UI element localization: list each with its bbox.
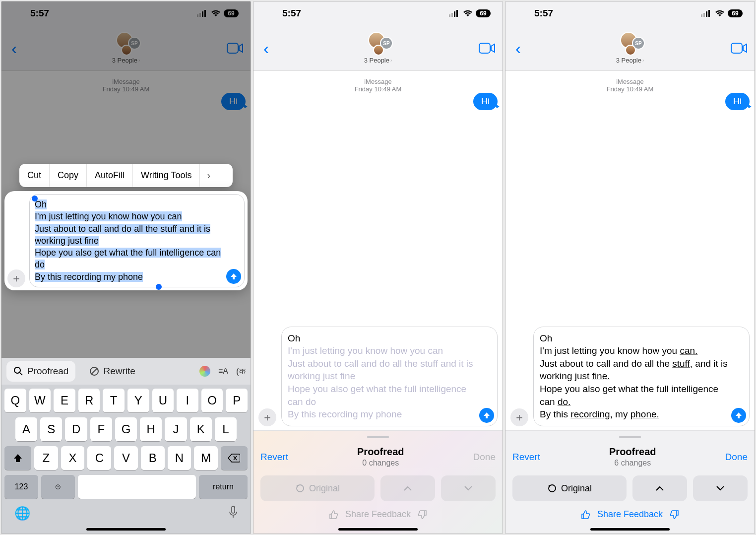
status-time: 5:57 xyxy=(534,8,553,19)
share-feedback-row[interactable]: Share Feedback xyxy=(512,509,748,520)
revert-button[interactable]: Revert xyxy=(260,452,288,463)
key-emoji[interactable]: ☺ xyxy=(41,475,75,499)
outgoing-message[interactable]: Hi xyxy=(725,93,750,110)
lang-icon[interactable]: (क xyxy=(236,366,246,377)
menu-cut[interactable]: Cut xyxy=(19,164,50,187)
key-c[interactable]: C xyxy=(87,446,111,470)
attach-button[interactable]: ＋ xyxy=(510,408,528,426)
thumbs-up-icon xyxy=(328,510,338,520)
dictate-button[interactable] xyxy=(229,506,238,521)
outgoing-message[interactable]: Hi xyxy=(221,93,246,110)
back-button[interactable]: ‹ xyxy=(512,40,524,57)
svg-rect-3 xyxy=(204,10,206,17)
back-button[interactable]: ‹ xyxy=(8,40,20,57)
share-feedback-row[interactable]: Share Feedback xyxy=(260,509,496,520)
key-x[interactable]: X xyxy=(61,446,85,470)
key-space[interactable] xyxy=(78,475,196,499)
key-return[interactable]: return xyxy=(199,475,248,499)
key-123[interactable]: 123 xyxy=(4,475,38,499)
compose-overlay: Cut Copy AutoFill Writing Tools › ＋ Oh I… xyxy=(4,164,248,290)
key-r[interactable]: R xyxy=(78,389,100,412)
key-d[interactable]: D xyxy=(65,417,87,441)
chat-title-group[interactable]: SP 3 People› xyxy=(615,32,645,64)
key-i[interactable]: I xyxy=(177,389,198,412)
key-e[interactable]: E xyxy=(54,389,75,412)
svg-rect-16 xyxy=(701,14,702,17)
facetime-button[interactable] xyxy=(227,43,244,54)
key-l[interactable]: L xyxy=(215,417,237,441)
key-z[interactable]: Z xyxy=(34,446,58,470)
key-s[interactable]: S xyxy=(40,417,62,441)
attach-button[interactable]: ＋ xyxy=(258,408,276,426)
shift-icon xyxy=(13,453,23,463)
ai-icon[interactable] xyxy=(199,366,210,377)
key-j[interactable]: J xyxy=(165,417,187,441)
key-w[interactable]: W xyxy=(29,389,51,412)
proofread-button[interactable]: Proofread xyxy=(6,361,75,382)
key-n[interactable]: N xyxy=(168,446,191,470)
cellular-icon xyxy=(701,10,712,17)
key-m[interactable]: M xyxy=(194,446,218,470)
key-p[interactable]: P xyxy=(226,389,248,412)
key-o[interactable]: O xyxy=(201,389,223,412)
compose-textfield[interactable]: Oh I'm just letting you know how you can… xyxy=(533,327,750,426)
outgoing-message[interactable]: Hi xyxy=(473,93,498,110)
prev-change-button[interactable] xyxy=(632,475,687,501)
menu-more[interactable]: › xyxy=(200,164,217,187)
facetime-button[interactable] xyxy=(479,43,496,54)
menu-writing-tools[interactable]: Writing Tools xyxy=(133,164,200,187)
send-button[interactable] xyxy=(731,408,746,423)
home-indicator[interactable] xyxy=(338,528,418,531)
svg-rect-0 xyxy=(197,14,198,17)
home-indicator[interactable] xyxy=(590,528,670,531)
screenshot-2: 5:57 69 ‹ SP 3 People› iMessageFriday 10… xyxy=(253,1,503,534)
panel-grabber[interactable] xyxy=(619,436,641,438)
key-u[interactable]: U xyxy=(152,389,174,412)
send-button[interactable] xyxy=(226,269,241,284)
next-change-button[interactable] xyxy=(441,475,496,501)
svg-rect-20 xyxy=(731,43,742,53)
selection-handle-start[interactable] xyxy=(32,196,38,201)
compose-textfield[interactable]: Oh I'm just letting you know how you can… xyxy=(29,194,245,287)
key-k[interactable]: K xyxy=(190,417,212,441)
key-shift[interactable] xyxy=(4,446,31,470)
facetime-button[interactable] xyxy=(731,43,748,54)
battery-badge: 69 xyxy=(224,9,239,17)
key-backspace[interactable] xyxy=(221,446,248,470)
chat-title-group[interactable]: SP 3 People› xyxy=(111,32,141,64)
chevron-right-icon: › xyxy=(138,58,140,63)
attach-button[interactable]: ＋ xyxy=(7,269,25,287)
chat-title-group[interactable]: SP 3 People› xyxy=(363,32,393,64)
key-a[interactable]: A xyxy=(15,417,37,441)
selection-handle-end[interactable] xyxy=(156,284,162,290)
prev-change-button[interactable] xyxy=(380,475,435,501)
keyboard[interactable]: Q W E R T Y U I O P A S D F G H J K L Z xyxy=(1,385,251,534)
rewrite-button[interactable]: Rewrite xyxy=(82,361,142,382)
key-q[interactable]: Q xyxy=(4,389,26,412)
globe-button[interactable]: 🌐 xyxy=(14,506,30,521)
svg-rect-2 xyxy=(202,11,203,17)
menu-autofill[interactable]: AutoFill xyxy=(87,164,133,187)
original-button[interactable]: Original xyxy=(260,475,375,501)
done-button[interactable]: Done xyxy=(725,452,748,463)
next-change-button[interactable] xyxy=(693,475,748,501)
key-y[interactable]: Y xyxy=(127,389,149,412)
svg-rect-12 xyxy=(454,11,455,17)
compose-textfield[interactable]: Oh I'm just letting you know how you can… xyxy=(281,327,498,426)
key-v[interactable]: V xyxy=(114,446,138,470)
format-icon[interactable]: ≡A xyxy=(218,367,228,376)
revert-button[interactable]: Revert xyxy=(512,452,540,463)
home-indicator[interactable] xyxy=(86,528,166,531)
original-button[interactable]: Original xyxy=(512,475,627,501)
key-b[interactable]: B xyxy=(141,446,165,470)
key-f[interactable]: F xyxy=(90,417,112,441)
panel-grabber[interactable] xyxy=(367,436,389,438)
send-button[interactable] xyxy=(479,408,494,423)
key-t[interactable]: T xyxy=(103,389,125,412)
back-button[interactable]: ‹ xyxy=(260,40,272,57)
done-button[interactable]: Done xyxy=(473,452,496,463)
key-h[interactable]: H xyxy=(140,417,162,441)
menu-copy[interactable]: Copy xyxy=(50,164,87,187)
key-g[interactable]: G xyxy=(115,417,137,441)
wifi-icon xyxy=(211,10,221,17)
